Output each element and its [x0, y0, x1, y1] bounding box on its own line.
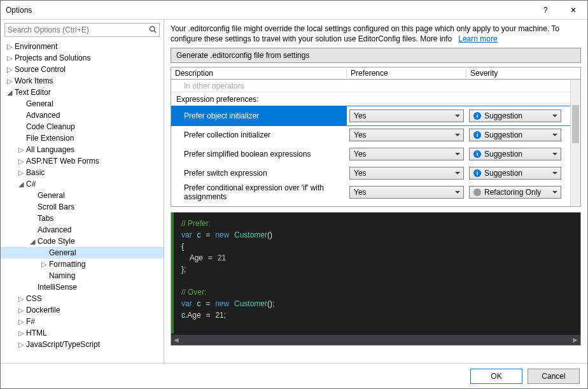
tree-item-projects-and-solutions[interactable]: ▷Projects and Solutions [1, 52, 164, 64]
row-description: Prefer switch expression [171, 164, 347, 183]
chevron-right-icon[interactable]: ▷ [40, 260, 48, 269]
tree-item-file-extension[interactable]: ▷File Extension [1, 132, 164, 144]
help-button[interactable]: ? [531, 1, 559, 20]
tree-item-label: C# [25, 180, 36, 188]
chevron-right-icon[interactable]: ▷ [17, 329, 25, 337]
tree-item-label: Formatting [48, 260, 85, 269]
search-box[interactable] [4, 23, 160, 37]
preference-dropdown[interactable]: Yes [349, 129, 464, 141]
severity-dropdown[interactable]: iSuggestion [469, 110, 561, 122]
tree-item-intellisense[interactable]: ▷IntelliSense [1, 281, 164, 293]
tree-item-general[interactable]: ▷General [1, 98, 164, 110]
code-preview-content: // Prefer: var c = new Customer() { Age … [181, 218, 580, 321]
tree-item-label: Naming [48, 271, 75, 280]
tree-item-advanced[interactable]: ▷Advanced [1, 110, 164, 121]
tree-item-css[interactable]: ▷CSS [1, 293, 164, 304]
severity-label: Suggestion [484, 131, 522, 139]
code-preview: // Prefer: var c = new Customer() { Age … [171, 212, 581, 346]
horizontal-scrollbar[interactable]: ◄ ► [171, 335, 580, 345]
severity-dropdown[interactable]: Refactoring Only [469, 186, 561, 199]
severity-dropdown[interactable]: iSuggestion [469, 167, 561, 180]
tree-item-advanced[interactable]: ▷Advanced [1, 224, 164, 236]
tree-item-general[interactable]: ▷General [1, 247, 164, 258]
chevron-right-icon[interactable]: ▷ [17, 318, 25, 326]
grid-body[interactable]: In other operators Expression preference… [171, 80, 581, 207]
generate-editorconfig-button[interactable]: Generate .editorconfig file from setting… [171, 48, 581, 63]
severity-dropdown[interactable]: iSuggestion [469, 129, 561, 141]
tree-item-label: Projects and Solutions [13, 53, 90, 62]
tree-item-dockerfile[interactable]: ▷Dockerfile [1, 304, 164, 316]
grid-row[interactable]: Prefer object initializerYesiSuggestion [171, 106, 580, 125]
info-text: Your .editorconfig file might override t… [171, 24, 581, 44]
ok-button[interactable]: OK [470, 369, 522, 384]
col-description[interactable]: Description [171, 69, 347, 78]
tree-item-javascript-typescript[interactable]: ▷JavaScript/TypeScript [1, 339, 164, 350]
learn-more-link[interactable]: Learn more [458, 34, 497, 43]
tree-item-code-cleanup[interactable]: ▷Code Cleanup [1, 121, 164, 132]
chevron-right-icon[interactable]: ▷ [17, 157, 25, 166]
tree-item-all-languages[interactable]: ▷All Languages [1, 144, 164, 155]
grid-row[interactable]: Prefer simplified boolean expressionsYes… [171, 145, 580, 164]
grid-row[interactable]: Prefer conditional expression over 'if' … [171, 183, 580, 202]
cancel-button[interactable]: Cancel [528, 369, 580, 384]
chevron-right-icon[interactable]: ▷ [17, 169, 25, 177]
close-icon: ✕ [570, 6, 577, 15]
tree-spacer: ▷ [17, 134, 25, 143]
scrollbar-thumb[interactable] [572, 105, 579, 143]
chevron-down-icon[interactable]: ◢ [29, 237, 36, 246]
nav-tree[interactable]: ▷Environment▷Projects and Solutions▷Sour… [1, 39, 164, 363]
chevron-right-icon[interactable]: ▷ [6, 66, 13, 74]
tree-item-html[interactable]: ▷HTML [1, 327, 164, 339]
tree-item-environment[interactable]: ▷Environment [1, 41, 164, 52]
scroll-left-icon[interactable]: ◄ [171, 335, 181, 345]
tree-item-label: General [48, 248, 76, 257]
tree-item-code-style[interactable]: ◢Code Style [1, 236, 164, 247]
grid-row[interactable]: Prefer collection initializerYesiSuggest… [171, 125, 580, 145]
chevron-right-icon[interactable]: ▷ [6, 54, 13, 62]
tree-item-text-editor[interactable]: ◢Text Editor [1, 87, 164, 98]
preference-dropdown[interactable]: Yes [349, 110, 464, 122]
content-pane: Your .editorconfig file might override t… [164, 20, 587, 363]
grid-section-header: Expression preferences: [171, 92, 580, 106]
chevron-right-icon[interactable]: ▷ [17, 341, 25, 349]
chevron-right-icon[interactable]: ▷ [17, 295, 25, 303]
tree-item-asp-net-web-forms[interactable]: ▷ASP.NET Web Forms [1, 155, 164, 167]
preference-dropdown[interactable]: Yes [349, 167, 464, 180]
tree-item-naming[interactable]: ▷Naming [1, 270, 164, 281]
tree-item-work-items[interactable]: ▷Work Items [1, 75, 164, 87]
grid-row-cutoff: In other operators [171, 80, 580, 92]
change-indicator [171, 213, 174, 334]
tree-item-general[interactable]: ▷General [1, 190, 164, 201]
tree-item-c-[interactable]: ◢C# [1, 178, 164, 190]
row-description: Prefer object initializer [171, 106, 347, 125]
tree-item-label: ASP.NET Web Forms [25, 157, 99, 166]
chevron-right-icon[interactable]: ▷ [6, 77, 13, 85]
severity-dropdown[interactable]: iSuggestion [469, 148, 561, 160]
preference-dropdown[interactable]: Yes [349, 186, 464, 199]
chevron-down-icon[interactable]: ◢ [6, 88, 13, 97]
col-severity[interactable]: Severity [466, 69, 564, 78]
tree-item-source-control[interactable]: ▷Source Control [1, 64, 164, 75]
chevron-down-icon[interactable]: ◢ [17, 180, 25, 188]
preference-dropdown[interactable]: Yes [349, 148, 464, 160]
tree-item-f-[interactable]: ▷F# [1, 316, 164, 327]
chevron-right-icon[interactable]: ▷ [17, 146, 25, 154]
tree-item-label: Environment [13, 42, 57, 51]
vertical-scrollbar[interactable] [570, 80, 580, 206]
search-input[interactable] [5, 24, 146, 36]
chevron-right-icon[interactable]: ▷ [17, 306, 25, 315]
tree-item-label: CSS [25, 294, 42, 303]
tree-item-formatting[interactable]: ▷Formatting [1, 258, 164, 270]
grid-row[interactable]: Prefer switch expressionYesiSuggestion [171, 164, 580, 183]
scroll-right-icon[interactable]: ► [570, 335, 580, 345]
tree-item-scroll-bars[interactable]: ▷Scroll Bars [1, 201, 164, 213]
tree-spacer: ▷ [17, 111, 25, 120]
close-button[interactable]: ✕ [559, 1, 587, 20]
tree-item-tabs[interactable]: ▷Tabs [1, 213, 164, 224]
chevron-right-icon[interactable]: ▷ [6, 43, 13, 51]
tree-spacer: ▷ [40, 272, 48, 280]
tree-item-basic[interactable]: ▷Basic [1, 167, 164, 178]
col-preference[interactable]: Preference [347, 69, 466, 78]
tree-spacer: ▷ [17, 123, 25, 131]
dialog-footer: OK Cancel [1, 363, 587, 388]
